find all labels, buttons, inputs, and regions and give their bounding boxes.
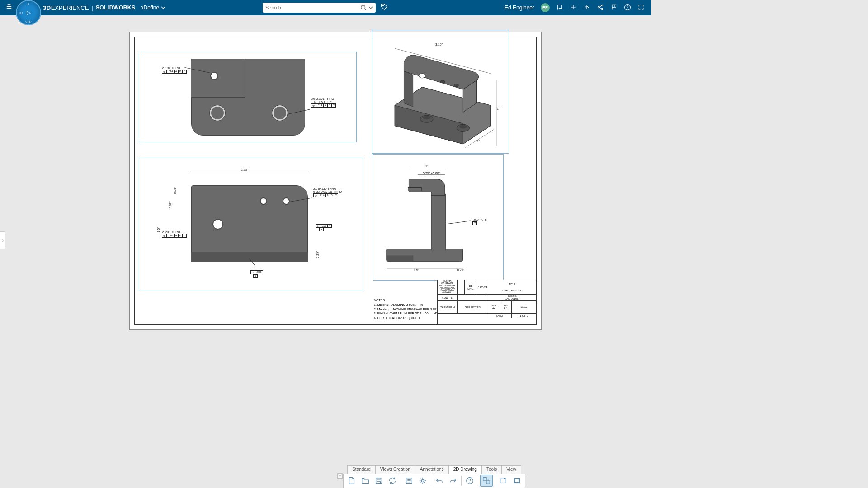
plus-icon [570, 4, 577, 11]
svg-point-7 [423, 116, 430, 119]
collaborate-button[interactable] [597, 4, 604, 12]
add-button[interactable] [570, 4, 577, 12]
svg-point-3 [601, 5, 603, 6]
app-name: xDefine [141, 5, 160, 11]
svg-point-2 [598, 6, 599, 8]
help-button[interactable] [624, 4, 631, 12]
compass-widget[interactable]: ▷ y V+R 3D [16, 0, 41, 25]
drawing-notes: NOTES: 1. Material : ALUMINUM 6061 – T6 … [374, 298, 439, 320]
chat-icon [556, 4, 563, 11]
brand-solidworks: SOLIDWORKS [96, 5, 136, 11]
hole-1 [211, 72, 218, 80]
brand-divider: | [91, 5, 93, 11]
svg-point-9 [459, 125, 467, 128]
title-block: UNLESS OTHERWISE SPECIFIED DIMS ARE IN I… [437, 280, 537, 325]
drawing-view-isometric[interactable]: 3.15" 1" 1" [372, 30, 509, 154]
svg-point-10 [419, 74, 425, 78]
note-4: 4. CERTIFICATION: REQUIRED [374, 316, 439, 320]
brand-experience: EXPERIENCE [51, 5, 89, 11]
notes-title: NOTES: [374, 298, 439, 303]
network-icon [597, 4, 604, 11]
svg-rect-16 [408, 187, 421, 191]
perp-fcf: ⟂.010A B [316, 224, 332, 231]
search-dropdown-icon[interactable] [368, 5, 373, 10]
brand-block: 3DEXPERIENCE | SOLIDWORKS [43, 5, 136, 11]
user-name[interactable]: Ed Engineer [505, 5, 534, 11]
callout-thread: 2X Ø.136 THRU 6-32 UNC-2B THRU ⊕.014ABC [313, 187, 342, 197]
tag-icon [380, 3, 388, 11]
callout-cbore: 2X Ø.201 THRU ⌴Ø.385 X .07" ⊕.014ABC [311, 97, 336, 108]
side-dim-075: 0.75" ±0.005 [423, 172, 440, 175]
dim-right-025: 0.25" [316, 251, 319, 258]
cbore-2 [272, 105, 288, 121]
tb-drawn-date: 12/5/23 [477, 280, 488, 294]
note-1: 1. Material : ALUMINUM 6061 – T6 [374, 303, 439, 307]
svg-point-12 [454, 84, 458, 87]
tb-part-title: FRAME BRACKET [500, 289, 524, 292]
dim-width: 2.25" [241, 168, 248, 171]
tb-drawn-by: ED ENG. [465, 280, 477, 294]
callout-hole1: Ø.194 THRU ⊕.014ABC [162, 66, 187, 74]
svg-point-1 [382, 5, 384, 6]
search-input[interactable] [265, 5, 360, 10]
tb-finish: CHEM FILM [438, 301, 458, 313]
help-icon [624, 4, 631, 11]
dim-width-line [191, 173, 308, 173]
drawing-view-top-left[interactable]: Ø.194 THRU ⊕.014ABC 2X Ø.201 THRU ⌴Ø.385… [139, 52, 357, 142]
hole-bl-2 [260, 198, 267, 204]
compass-north: y [28, 2, 29, 5]
canvas-area[interactable]: Ø.194 THRU ⊕.014ABC 2X Ø.201 THRU ⌴Ø.385… [0, 15, 651, 366]
svg-rect-14 [387, 255, 414, 261]
drawing-sheet[interactable]: Ø.194 THRU ⊕.014ABC 2X Ø.201 THRU ⌴Ø.385… [129, 32, 542, 330]
svg-point-4 [601, 8, 603, 9]
side-dim-025: 0.25" [457, 268, 464, 272]
dim-062: 0.62" [169, 201, 172, 208]
svg-point-0 [361, 5, 365, 9]
dim-025: 0.25" [173, 187, 176, 194]
search-icon [360, 5, 367, 11]
share-icon [583, 4, 590, 11]
tb-material: 6061-T6 [438, 295, 458, 300]
chevron-down-icon [161, 5, 165, 10]
compass-south: V+R [25, 20, 32, 23]
app-switcher[interactable]: xDefine [141, 5, 166, 11]
svg-rect-15 [431, 194, 446, 250]
side-dim-1: 1" [425, 164, 428, 168]
iso-dim-w: 3.15" [435, 43, 443, 46]
share-button[interactable] [583, 4, 590, 12]
top-bar: 3DEXPERIENCE | SOLIDWORKS xDefine Ed Eng… [0, 0, 651, 15]
tb-finish-note: SEE NOTES [458, 301, 488, 313]
part-base [191, 252, 308, 262]
fullscreen-icon [637, 4, 645, 11]
flag-icon [610, 4, 618, 11]
search-area [263, 3, 388, 13]
brand-3d: 3D [43, 5, 51, 11]
part-body-bl [191, 185, 308, 262]
fullscreen-button[interactable] [637, 4, 645, 12]
drawing-view-bottom-left[interactable]: 2.25" 0.25" 0.62" 1.5" 2X Ø.136 THRU 6-3… [139, 158, 363, 291]
ds-logo-icon [5, 3, 14, 12]
compass-west: 3D [19, 11, 23, 14]
hole-bl-1 [213, 219, 223, 229]
flag-button[interactable] [610, 4, 618, 12]
side-perp-fcf: ⟂.010AB C [468, 218, 488, 225]
part-step [191, 59, 245, 98]
play-icon: ▷ [27, 9, 31, 16]
tb-sheet: 1 OF 2 [512, 314, 536, 318]
svg-point-11 [440, 80, 445, 83]
note-2: 2. Marking : MACHINE ENGRAVE PER SPEC [374, 307, 439, 312]
tb-dwg-no: NAS-00106T [505, 297, 520, 300]
side-dim-15: 1.5" [414, 268, 419, 272]
panel-expand-handle[interactable] [0, 231, 5, 249]
flatness-fcf: ▱.005 A [250, 270, 263, 278]
notifications-button[interactable] [556, 4, 563, 12]
drawing-view-side[interactable]: 1" 0.75" ±0.005 1.5" 0.25" ⟂.010AB C [373, 154, 504, 281]
tb-title-lbl: TITLE [509, 283, 515, 286]
note-3: 3. FINISH: CHEM FILM PER 3DS – 001 – xD [374, 311, 439, 316]
cbore-1 [210, 105, 225, 121]
hole-bl-3 [283, 198, 289, 204]
search-box[interactable] [263, 3, 376, 13]
avatar[interactable]: EE [541, 3, 550, 12]
tag-button[interactable] [380, 3, 388, 13]
chevron-right-icon [1, 239, 5, 242]
